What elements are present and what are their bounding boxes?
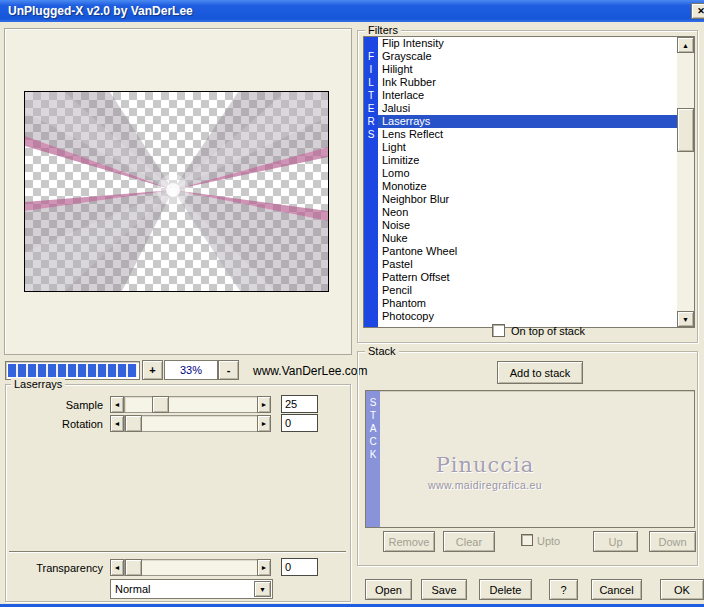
list-item[interactable]: Noise — [378, 219, 677, 232]
close-button[interactable]: ✕ — [691, 3, 704, 19]
group-separator — [9, 551, 346, 553]
vendor-website-text: www.VanDerLee.com — [253, 364, 368, 378]
list-item[interactable]: Pastel — [378, 258, 677, 271]
list-item[interactable]: Interlace — [378, 89, 677, 102]
cancel-button[interactable]: Cancel — [591, 579, 642, 600]
list-item[interactable]: Flip Intensity — [378, 37, 677, 50]
list-item[interactable]: Grayscale — [378, 50, 677, 63]
clear-label: Clear — [456, 536, 482, 548]
down-button[interactable]: Down — [649, 531, 696, 552]
up-button[interactable]: Up — [593, 531, 638, 552]
ok-label: OK — [674, 584, 690, 596]
help-icon: ? — [560, 584, 566, 596]
scroll-up-button[interactable]: ▲ — [677, 37, 694, 53]
title-bar[interactable]: UnPlugged-X v2.0 by VanDerLee — [0, 0, 704, 22]
right-arrow-icon: ► — [261, 420, 268, 427]
sample-value-field[interactable]: 25 — [281, 395, 318, 413]
transparency-slider-thumb[interactable] — [125, 559, 142, 576]
list-item[interactable]: Pantone Wheel — [378, 245, 677, 258]
open-label: Open — [375, 584, 402, 596]
delete-button[interactable]: Delete — [479, 579, 532, 600]
rotation-slider-right-arrow[interactable]: ► — [257, 415, 271, 432]
dropdown-button[interactable]: ▼ — [254, 581, 271, 597]
rotation-slider-track[interactable] — [124, 415, 258, 432]
scrollbar-thumb[interactable] — [677, 108, 694, 152]
on-top-of-stack-checkbox[interactable] — [492, 324, 505, 337]
transparency-label: Transparency — [8, 562, 103, 575]
zoom-out-label: - — [227, 364, 231, 376]
close-icon: ✕ — [697, 6, 704, 16]
open-button[interactable]: Open — [365, 579, 412, 600]
on-top-of-stack-label: On top of stack — [511, 325, 585, 337]
scroll-down-icon: ▼ — [682, 316, 689, 323]
zoom-in-button[interactable]: + — [142, 360, 163, 380]
help-button[interactable]: ? — [549, 579, 578, 600]
save-button[interactable]: Save — [421, 579, 467, 600]
transparency-value-field[interactable]: 0 — [281, 558, 318, 576]
stack-content-area: Pinuccia www.maidiregrafica.eu — [380, 391, 694, 527]
zoom-in-label: + — [149, 364, 155, 376]
upto-label: Upto — [537, 535, 560, 547]
list-item[interactable]: Lens Reflect — [378, 128, 677, 141]
list-item[interactable]: Pencil — [378, 284, 677, 297]
list-item[interactable]: Photocopy — [378, 310, 677, 323]
add-to-stack-label: Add to stack — [510, 367, 571, 379]
up-label: Up — [608, 536, 622, 548]
ok-button[interactable]: OK — [660, 579, 704, 600]
remove-label: Remove — [389, 536, 430, 548]
stack-list-panel[interactable]: STACK Pinuccia www.maidiregrafica.eu — [365, 390, 695, 528]
chevron-down-icon: ▼ — [259, 586, 266, 593]
upto-checkbox[interactable] — [521, 534, 533, 546]
zoom-progress-fill — [8, 364, 137, 377]
filters-vertical-banner: FILTERS — [364, 37, 378, 327]
sample-slider-track[interactable] — [124, 396, 258, 413]
right-arrow-icon: ► — [261, 401, 268, 408]
list-item[interactable]: Laserrays — [378, 115, 677, 128]
transparency-slider-track[interactable] — [124, 559, 258, 576]
rotation-slider-thumb[interactable] — [125, 415, 142, 432]
zoom-level-display: 33% — [164, 360, 218, 380]
laserrays-preview-image[interactable] — [24, 91, 329, 292]
blend-mode-value: Normal — [115, 582, 150, 596]
list-item[interactable]: Limitize — [378, 154, 677, 167]
save-label: Save — [431, 584, 456, 596]
sample-label: Sample — [8, 399, 103, 412]
scroll-down-button[interactable]: ▼ — [677, 311, 694, 327]
zoom-level-value: 33% — [180, 364, 202, 376]
remove-button[interactable]: Remove — [383, 531, 435, 552]
watermark-url: www.maidiregrafica.eu — [380, 479, 590, 491]
list-item[interactable]: Pattern Offset — [378, 271, 677, 284]
cancel-label: Cancel — [599, 584, 633, 596]
rotation-slider-left-arrow[interactable]: ◄ — [110, 415, 124, 432]
list-item[interactable]: Phantom — [378, 297, 677, 310]
sample-slider-left-arrow[interactable]: ◄ — [110, 396, 124, 413]
left-arrow-icon: ◄ — [114, 420, 121, 427]
clear-button[interactable]: Clear — [443, 531, 495, 552]
stack-vertical-banner: STACK — [366, 391, 380, 527]
list-item[interactable]: Nuke — [378, 232, 677, 245]
list-item[interactable]: Jalusi — [378, 102, 677, 115]
transparency-slider-right-arrow[interactable]: ► — [257, 559, 271, 576]
blend-mode-dropdown[interactable]: Normal ▼ — [110, 579, 273, 599]
list-item[interactable]: Hilight — [378, 63, 677, 76]
delete-label: Delete — [490, 584, 522, 596]
transparency-slider-left-arrow[interactable]: ◄ — [110, 559, 124, 576]
filters-scrollbar[interactable]: ▲ ▼ — [677, 37, 694, 327]
zoom-out-button[interactable]: - — [218, 360, 239, 380]
sample-slider-right-arrow[interactable]: ► — [257, 396, 271, 413]
laserrays-effect — [25, 92, 328, 291]
left-arrow-icon: ◄ — [114, 401, 121, 408]
list-item[interactable]: Ink Rubber — [378, 76, 677, 89]
sample-slider-thumb[interactable] — [152, 396, 169, 413]
list-item[interactable]: Neighbor Blur — [378, 193, 677, 206]
list-item[interactable]: Monotize — [378, 180, 677, 193]
left-arrow-icon: ◄ — [114, 564, 121, 571]
scroll-up-icon: ▲ — [682, 42, 689, 49]
right-arrow-icon: ► — [261, 564, 268, 571]
rotation-value-field[interactable]: 0 — [281, 414, 318, 432]
list-item[interactable]: Light — [378, 141, 677, 154]
rotation-label: Rotation — [8, 418, 103, 431]
list-item[interactable]: Neon — [378, 206, 677, 219]
list-item[interactable]: Lomo — [378, 167, 677, 180]
add-to-stack-button[interactable]: Add to stack — [497, 361, 583, 384]
